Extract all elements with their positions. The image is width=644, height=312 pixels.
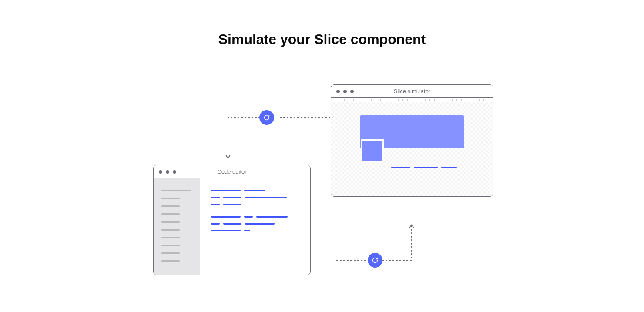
code-editor-window: Code editor — [153, 165, 311, 275]
code-line — [211, 190, 299, 191]
code-editor-title: Code editor — [217, 168, 246, 175]
window-dot — [173, 170, 176, 174]
window-dot — [350, 90, 354, 93]
refresh-bottom-icon — [368, 253, 382, 268]
page-title: Simulate your Slice component — [0, 31, 644, 47]
refresh-top-icon — [259, 110, 274, 125]
ruler — [331, 98, 493, 102]
code-line — [211, 197, 299, 198]
sidebar-line — [161, 260, 180, 262]
code-line — [211, 204, 299, 205]
slice-text-seg — [391, 167, 410, 168]
sidebar-line — [161, 221, 180, 223]
slice-image-placeholder — [361, 139, 384, 162]
sidebar-line — [161, 205, 180, 207]
slice-simulator-window: Slice simulator — [331, 84, 493, 197]
sidebar-line — [161, 252, 180, 254]
window-dot — [166, 170, 169, 174]
code-sidebar — [154, 178, 200, 275]
window-dot — [159, 170, 162, 174]
code-line — [211, 223, 299, 225]
slice-simulator-header: Slice simulator — [331, 85, 493, 98]
window-dots — [336, 90, 354, 93]
sidebar-line — [161, 229, 180, 231]
slice-text-lines — [391, 167, 457, 168]
code-content — [200, 178, 310, 275]
slice-text-seg — [414, 167, 438, 168]
code-editor-header: Code editor — [154, 165, 310, 178]
arrow-simulator-to-editor — [222, 109, 331, 170]
slice-simulator-body — [331, 98, 493, 196]
window-dots — [159, 170, 176, 174]
code-line — [211, 230, 299, 231]
sidebar-line — [161, 237, 180, 238]
sidebar-line — [161, 245, 180, 246]
sidebar-line — [161, 190, 191, 191]
slice-preview-content — [331, 102, 493, 161]
sidebar-line — [161, 198, 180, 199]
code-line — [211, 216, 299, 218]
slice-text-seg — [441, 167, 457, 168]
sidebar-line — [161, 213, 180, 215]
window-dot — [336, 90, 340, 93]
window-dot — [343, 90, 347, 93]
code-editor-body — [154, 178, 310, 275]
slice-simulator-title: Slice simulator — [394, 88, 431, 94]
